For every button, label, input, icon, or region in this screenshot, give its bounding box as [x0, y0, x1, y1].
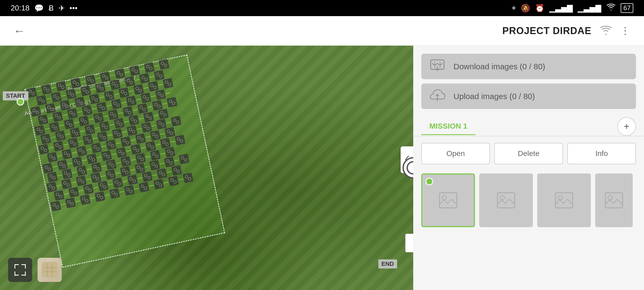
time-display: 20:18 [11, 4, 30, 12]
open-button[interactable]: Open [421, 143, 490, 164]
map-type-button[interactable] [38, 258, 62, 282]
thumbnails-row [413, 171, 644, 230]
top-bar-right: PROJECT DIRDAE ⋮ [502, 25, 631, 37]
location-icon: ⌖ [512, 4, 516, 13]
mute-icon: 🔕 [521, 4, 530, 13]
svg-rect-16 [440, 193, 457, 208]
svg-rect-22 [605, 193, 623, 208]
svg-point-23 [608, 195, 612, 200]
delete-button[interactable]: Delete [494, 143, 563, 164]
fullscreen-button[interactable] [8, 258, 32, 282]
svg-point-17 [442, 195, 447, 200]
start-dot [17, 98, 24, 106]
project-title: PROJECT DIRDAE [502, 25, 591, 37]
svg-point-21 [558, 195, 562, 200]
clock-icon: ⏰ [535, 4, 544, 13]
svg-rect-12 [51, 263, 52, 277]
battery-icon: 67 [621, 3, 633, 13]
thumbnail-3[interactable] [537, 173, 591, 227]
svg-rect-7 [25, 271, 26, 276]
tabs-list: MISSION 1 [421, 118, 475, 135]
upload-label: Upload images (0 / 80) [453, 92, 535, 101]
svg-point-19 [500, 195, 504, 200]
thumbnail-4[interactable] [595, 173, 633, 227]
svg-rect-11 [47, 263, 48, 277]
action-buttons: Download images (0 / 80) Upload images (… [413, 46, 644, 112]
svg-rect-5 [14, 271, 15, 276]
svg-rect-8 [42, 262, 58, 278]
mission-tabs: MISSION 1 + [413, 112, 644, 136]
status-right: ⌖ 🔕 ⏰ ▁▃▅▇ ▁▃▅▇ 67 [512, 3, 633, 13]
svg-rect-9 [43, 267, 56, 268]
svg-rect-10 [43, 271, 56, 272]
svg-rect-18 [497, 193, 515, 208]
download-icon [429, 59, 445, 75]
back-button[interactable]: ← [13, 24, 25, 38]
download-label: Download images (0 / 80) [453, 62, 545, 71]
signal1-icon: ▁▃▅▇ [549, 4, 573, 13]
status-bar: 20:18 💬 Ƀ ✈ ••• ⌖ 🔕 ⏰ ▁▃▅▇ ▁▃▅▇ 67 [0, 0, 644, 16]
right-panel: Download images (0 / 80) Upload images (… [413, 46, 644, 290]
top-bar-left: ← [13, 24, 25, 38]
upload-icon [429, 88, 445, 104]
whatsapp-icon: 💬 [34, 4, 44, 13]
map-panel: Avenida Emperador Carlos V Avenida Emper… [0, 46, 413, 290]
thumbnail-2[interactable] [479, 173, 533, 227]
svg-rect-1 [14, 264, 15, 269]
wifi-status-icon [606, 3, 616, 13]
white-square-button[interactable] [405, 234, 413, 252]
telegram-icon: ✈ [58, 4, 65, 13]
thumbnail-1[interactable] [421, 173, 475, 227]
map-controls [8, 258, 62, 282]
start-label: START [3, 91, 28, 100]
mission-1-tab[interactable]: MISSION 1 [421, 118, 475, 135]
end-label: END [378, 259, 397, 269]
signal2-icon: ▁▃▅▇ [578, 4, 601, 13]
bitcoin-icon: Ƀ [49, 4, 54, 13]
dots-icon: ••• [69, 4, 77, 12]
content-area: Avenida Emperador Carlos V Avenida Emper… [0, 46, 644, 290]
thumbnail-1-dot [426, 178, 433, 185]
app-container: ← PROJECT DIRDAE ⋮ A [0, 16, 644, 290]
add-mission-button[interactable]: + [617, 117, 636, 136]
svg-rect-20 [555, 193, 573, 208]
download-images-button[interactable]: Download images (0 / 80) [421, 54, 636, 79]
status-left: 20:18 💬 Ƀ ✈ ••• [11, 4, 78, 13]
svg-rect-3 [25, 264, 26, 269]
top-bar: ← PROJECT DIRDAE ⋮ [0, 16, 644, 46]
wifi-icon [599, 25, 612, 37]
more-options-button[interactable]: ⋮ [620, 25, 631, 37]
mission-actions: Open Delete Info [413, 136, 644, 171]
upload-images-button[interactable]: Upload images (0 / 80) [421, 84, 636, 109]
info-button[interactable]: Info [567, 143, 636, 164]
